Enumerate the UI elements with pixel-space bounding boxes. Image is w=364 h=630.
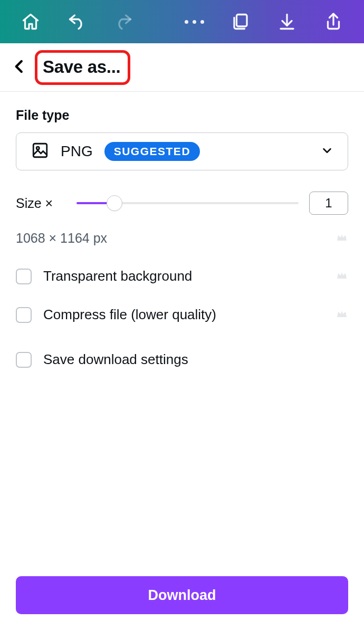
- app-toolbar: [0, 0, 364, 43]
- home-button[interactable]: [7, 6, 54, 37]
- undo-button[interactable]: [54, 6, 100, 37]
- filetype-label: File type: [16, 108, 348, 123]
- redo-button[interactable]: [100, 6, 147, 37]
- download-button[interactable]: Download: [16, 576, 348, 614]
- sheet-header: Save as...: [0, 43, 364, 92]
- size-slider[interactable]: [76, 195, 299, 211]
- svg-rect-1: [33, 144, 47, 157]
- dimensions-text: 1068 × 1164 px: [16, 231, 107, 246]
- filetype-select[interactable]: PNG SUGGESTED: [16, 132, 348, 170]
- pages-button[interactable]: [217, 6, 264, 37]
- title-highlight: Save as...: [35, 50, 130, 85]
- download-button-label: Download: [148, 587, 216, 604]
- crown-icon: [336, 308, 348, 322]
- compress-checkbox[interactable]: [16, 307, 32, 323]
- image-icon: [31, 141, 49, 161]
- download-toolbar-button[interactable]: [264, 6, 310, 37]
- slider-thumb[interactable]: [107, 195, 122, 211]
- compress-label: Compress file (lower quality): [43, 307, 216, 323]
- chevron-down-icon: [321, 145, 333, 158]
- save-settings-label: Save download settings: [43, 351, 188, 368]
- svg-point-2: [36, 147, 39, 149]
- svg-rect-0: [237, 15, 247, 27]
- save-settings-checkbox[interactable]: [16, 352, 32, 368]
- size-label: Size ×: [16, 196, 66, 211]
- back-button[interactable]: [12, 59, 27, 77]
- suggested-badge: SUGGESTED: [104, 142, 200, 161]
- filetype-value: PNG: [61, 143, 93, 160]
- more-button[interactable]: [171, 6, 217, 37]
- crown-icon: [336, 231, 348, 246]
- share-button[interactable]: [310, 6, 357, 37]
- ellipsis-icon: [185, 20, 204, 24]
- transparent-checkbox[interactable]: [16, 269, 32, 284]
- crown-icon: [336, 269, 348, 284]
- transparent-label: Transparent background: [43, 268, 192, 284]
- size-input[interactable]: [309, 192, 348, 215]
- page-title: Save as...: [43, 57, 120, 77]
